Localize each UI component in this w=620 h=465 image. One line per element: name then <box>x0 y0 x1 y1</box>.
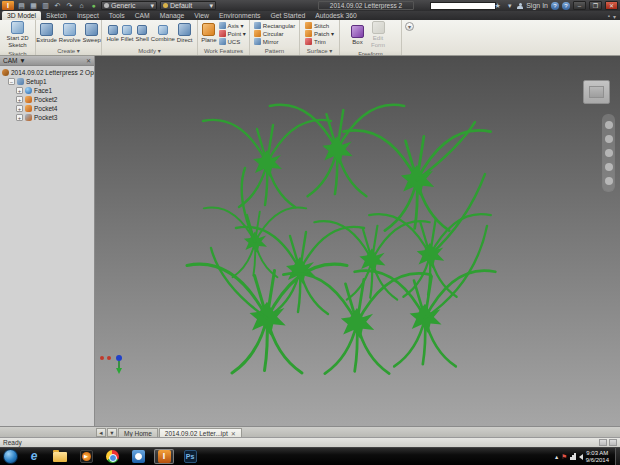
new-icon[interactable]: ▤ <box>17 2 26 10</box>
tab-document[interactable]: 2014.09.02 Letter...ipt ✕ <box>159 428 242 437</box>
direct-button[interactable]: Direct <box>177 23 193 44</box>
viewcube[interactable] <box>583 80 610 104</box>
navigation-wheel-icon[interactable] <box>605 121 613 129</box>
ucs-button[interactable]: UCS <box>219 38 246 45</box>
stitch-button[interactable]: Stitch <box>305 22 334 29</box>
tab-environments[interactable]: Environments <box>214 11 266 20</box>
taskbar-chrome[interactable] <box>102 449 122 464</box>
graphics-viewport[interactable] <box>95 56 620 426</box>
sketch-group-label[interactable]: Sketch <box>0 50 35 55</box>
axis-button[interactable]: Axis ▾ <box>219 22 246 29</box>
orbit-icon[interactable] <box>605 163 613 171</box>
tab-view[interactable]: View <box>189 11 214 20</box>
tree-item-pocket2[interactable]: + Pocket2 <box>2 95 94 104</box>
info-icon[interactable]: ? <box>562 2 570 10</box>
ribbon-options-icon[interactable]: ▾ <box>405 22 414 31</box>
freeform-group-label[interactable]: Freeform <box>340 50 401 55</box>
create-group-label[interactable]: Create ▾ <box>36 47 101 55</box>
tab-close-icon[interactable]: ✕ <box>231 430 236 437</box>
patch-button[interactable]: Patch ▾ <box>305 30 334 37</box>
collapse-icon[interactable]: − <box>8 78 15 85</box>
taskbar-outlook[interactable] <box>128 449 148 464</box>
undo-icon[interactable]: ↶ <box>53 2 62 10</box>
favorites-dropdown-icon[interactable]: ▾ <box>505 2 514 10</box>
tab-3d-model[interactable]: 3D Model <box>2 11 41 20</box>
tree-item-face1[interactable]: + Face1 <box>2 86 94 95</box>
sign-in-link[interactable]: Sign In <box>526 2 548 9</box>
taskbar-clock[interactable]: 9:03 AM 9/6/2014 <box>586 450 612 464</box>
zoom-icon[interactable] <box>605 149 613 157</box>
pattern-group-label[interactable]: Pattern <box>250 47 299 55</box>
search-input[interactable] <box>430 2 496 10</box>
redo-icon[interactable]: ↷ <box>65 2 74 10</box>
modify-group-label[interactable]: Modify ▾ <box>102 47 197 55</box>
tab-cam[interactable]: CAM <box>130 11 155 20</box>
pan-icon[interactable] <box>605 135 613 143</box>
tree-item-pocket3[interactable]: + Pocket3 <box>2 113 94 122</box>
tab-autodesk-360[interactable]: Autodesk 360 <box>310 11 362 20</box>
expand-icon[interactable]: + <box>16 105 23 112</box>
material-dropdown[interactable]: Generic ▾ <box>101 1 157 10</box>
open-icon[interactable]: ▦ <box>29 2 38 10</box>
taskbar-file-explorer[interactable] <box>50 449 70 464</box>
mirror-button[interactable]: Mirror <box>254 38 295 45</box>
help-icon[interactable]: ? <box>551 2 559 10</box>
combine-button[interactable]: Combine <box>151 25 175 43</box>
work-features-group-label[interactable]: Work Features <box>198 47 249 55</box>
start-2d-sketch-button[interactable]: Start 2D Sketch <box>2 21 34 49</box>
search-icon[interactable]: ★ <box>493 2 502 10</box>
revolve-button[interactable]: Revolve <box>59 23 81 44</box>
hole-button[interactable]: Hole <box>106 25 118 43</box>
taskbar-inventor[interactable]: I <box>154 449 174 464</box>
ribbon-minimize-icon[interactable]: ▾ <box>613 13 616 20</box>
application-menu-button[interactable]: I <box>2 1 14 10</box>
tree-item-setup1[interactable]: − Setup1 <box>2 77 94 86</box>
taskbar-internet-explorer[interactable]: e <box>24 449 44 464</box>
minimize-button[interactable]: – <box>573 1 586 10</box>
show-hidden-icons[interactable]: ▴ <box>555 453 558 461</box>
browser-close-icon[interactable]: ✕ <box>86 57 91 64</box>
home-icon[interactable]: ⌂ <box>77 2 86 10</box>
browser-panel-header[interactable]: CAM ▼ ✕ <box>0 56 94 66</box>
letterpress-model[interactable] <box>95 56 620 426</box>
tab-sketch[interactable]: Sketch <box>41 11 72 20</box>
box-button[interactable]: Box <box>351 25 364 46</box>
status-option-icon[interactable] <box>599 439 607 446</box>
status-option-icon[interactable] <box>609 439 617 446</box>
close-button[interactable]: ✕ <box>605 1 618 10</box>
point-button[interactable]: Point ▾ <box>219 30 246 37</box>
plane-button[interactable]: Plane <box>201 23 216 44</box>
sweep-button[interactable]: Sweep <box>83 23 101 44</box>
ribbon-appearance-icon[interactable]: ▪ <box>608 13 610 20</box>
tab-get-started[interactable]: Get Started <box>266 11 311 20</box>
extrude-button[interactable]: Extrude <box>36 23 57 44</box>
show-desktop-button[interactable] <box>615 448 620 465</box>
expand-icon[interactable]: + <box>16 87 23 94</box>
tree-item-pocket4[interactable]: + Pocket4 <box>2 104 94 113</box>
fillet-button[interactable]: Fillet <box>121 25 134 43</box>
taskbar-media-player[interactable]: ▶ <box>76 449 96 464</box>
start-button[interactable] <box>3 449 18 464</box>
tab-manage[interactable]: Manage <box>155 11 190 20</box>
doc-tab-back-icon[interactable]: ◂ <box>96 428 106 437</box>
appearance-dropdown[interactable]: Default ▾ <box>160 1 216 10</box>
maximize-button[interactable]: ❐ <box>589 1 602 10</box>
tab-inspect[interactable]: Inspect <box>72 11 104 20</box>
trim-button[interactable]: Trim <box>305 38 334 45</box>
rectangular-pattern-button[interactable]: Rectangular <box>254 22 295 29</box>
appearance-sphere-icon[interactable]: ● <box>89 2 98 10</box>
tab-my-home[interactable]: My Home <box>118 428 158 437</box>
taskbar-photoshop[interactable]: Ps <box>180 449 200 464</box>
save-icon[interactable]: ▥ <box>41 2 50 10</box>
expand-icon[interactable]: + <box>16 96 23 103</box>
surface-group-label[interactable]: Surface ▾ <box>300 47 339 55</box>
volume-icon[interactable] <box>579 454 583 460</box>
tab-tools[interactable]: Tools <box>104 11 130 20</box>
shell-button[interactable]: Shell <box>135 25 148 43</box>
doc-tab-list-icon[interactable]: ▾ <box>107 428 117 437</box>
expand-icon[interactable]: + <box>16 114 23 121</box>
look-at-icon[interactable] <box>605 177 613 185</box>
edit-form-button[interactable]: Edit Form <box>366 21 390 49</box>
network-icon[interactable] <box>570 453 576 460</box>
circular-pattern-button[interactable]: Circular <box>254 30 295 37</box>
